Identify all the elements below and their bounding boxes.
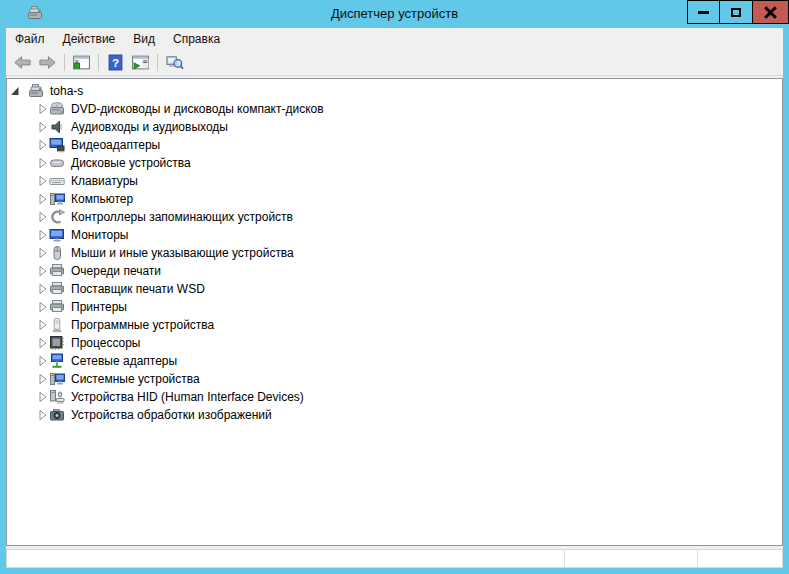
expander-collapsed-icon[interactable] [38,247,48,259]
window-title: Диспетчер устройств [0,0,789,27]
tree-item-monitors[interactable]: Мониторы [7,226,782,244]
toolbar-help-button[interactable]: ? [103,52,128,74]
tree-item-disk-drives[interactable]: Дисковые устройства [7,154,782,172]
menu-item-action[interactable]: Действие [54,28,125,50]
keyboard-icon [49,173,65,189]
tree-item-printers[interactable]: Принтеры [7,298,782,316]
toolbar: ? [6,50,783,76]
menu-item-view[interactable]: Вид [124,28,164,50]
expander-expanded-icon[interactable] [10,85,20,97]
tree-item-imaging-devices[interactable]: Устройства обработки изображений [7,406,782,424]
tree-item-label: Процессоры [71,334,141,352]
expander-collapsed-icon[interactable] [38,139,48,151]
toolbar-back-button[interactable] [10,52,35,74]
monitor-icon [49,227,65,243]
expander-collapsed-icon[interactable] [38,265,48,277]
expander-collapsed-icon[interactable] [38,121,48,133]
tree-item-video-adapters[interactable]: Видеоадаптеры [7,136,782,154]
tree-item-network-adapters[interactable]: Сетевые адаптеры [7,352,782,370]
tree-item-system-devices[interactable]: Системные устройства [7,370,782,388]
imaging-device-icon [49,407,65,423]
expander-collapsed-icon[interactable] [38,373,48,385]
tree-item-label: Контроллеры запоминающих устройств [71,208,293,226]
tree-item-mice-pointing-devices[interactable]: Мыши и иные указывающие устройства [7,244,782,262]
audio-icon [49,119,65,135]
expander-collapsed-icon[interactable] [38,337,48,349]
statusbar-section-1 [7,550,564,567]
tree-item-label: Сетевые адаптеры [71,352,177,370]
network-adapter-icon [49,353,65,369]
tree-item-storage-controllers[interactable]: Контроллеры запоминающих устройств [7,208,782,226]
dvd-drive-icon [49,101,65,117]
tree-item-print-queues[interactable]: Очереди печати [7,262,782,280]
tree-item-label: Клавиатуры [71,172,138,190]
printer-icon [49,281,65,297]
printer-icon [49,299,65,315]
tree-item-computer[interactable]: Компьютер [7,190,782,208]
tree-item-processors[interactable]: Процессоры [7,334,782,352]
printer-icon [49,263,65,279]
expander-collapsed-icon[interactable] [38,157,48,169]
tree-item-label: Компьютер [71,190,133,208]
video-adapter-icon [49,137,65,153]
tree-item-keyboards[interactable]: Клавиатуры [7,172,782,190]
statusbar [6,549,783,568]
toolbar-scan-hardware-changes-button[interactable] [162,52,187,74]
tree-children: DVD-дисководы и дисководы компакт-дисков… [7,100,782,424]
maximize-button[interactable] [719,0,753,24]
software-device-icon [49,317,65,333]
toolbar-action-pane-button[interactable] [128,52,153,74]
window-content: ФайлДействиеВидСправка ? toha-s DVD-диск… [6,28,783,568]
expander-collapsed-icon[interactable] [38,175,48,187]
tree-root-label: toha-s [50,82,83,100]
expander-collapsed-icon[interactable] [38,301,48,313]
tree-item-label: Принтеры [71,298,127,316]
expander-collapsed-icon[interactable] [38,355,48,367]
maximize-icon [731,8,741,17]
expander-collapsed-icon[interactable] [38,409,48,421]
processor-icon [49,335,65,351]
expander-collapsed-icon[interactable] [38,211,48,223]
tree-item-wsd-print-provider[interactable]: Поставщик печати WSD [7,280,782,298]
tree-item-audio-inputs-outputs[interactable]: Аудиовходы и аудиовыходы [7,118,782,136]
forward-arrow-icon [38,54,57,71]
scan-hardware-icon [165,54,184,71]
tree-item-software-devices[interactable]: Программные устройства [7,316,782,334]
tree-item-label: Дисковые устройства [71,154,191,172]
minimize-icon [698,11,709,14]
system-device-icon [49,371,65,387]
expander-collapsed-icon[interactable] [38,103,48,115]
toolbar-forward-button[interactable] [35,52,60,74]
minimize-button[interactable] [687,0,720,24]
computer-icon [49,191,65,207]
toolbar-separator [64,54,65,71]
tree-item-label: Мыши и иные указывающие устройства [71,244,294,262]
mouse-icon [49,245,65,261]
close-button[interactable] [752,0,789,24]
device-manager-window: Диспетчер устройств ФайлДействиеВидСправ… [0,0,789,574]
tree-root-computer[interactable]: toha-s [7,82,782,100]
expander-collapsed-icon[interactable] [38,319,48,331]
expander-collapsed-icon[interactable] [38,283,48,295]
tree-item-label: DVD-дисководы и дисководы компакт-дисков [71,100,324,118]
expander-collapsed-icon[interactable] [38,391,48,403]
device-tree: toha-s DVD-дисководы и дисководы компакт… [6,78,783,546]
expander-collapsed-icon[interactable] [38,193,48,205]
tree-item-label: Мониторы [71,226,128,244]
statusbar-section-3 [697,550,782,567]
close-icon [764,6,777,19]
menu-item-file[interactable]: Файл [6,28,54,50]
statusbar-section-2 [564,550,697,567]
tree-item-dvd-drives[interactable]: DVD-дисководы и дисководы компакт-дисков [7,100,782,118]
menu-item-help[interactable]: Справка [164,28,229,50]
tree-item-hid-devices[interactable]: Устройства HID (Human Interface Devices) [7,388,782,406]
tree-item-label: Системные устройства [71,370,200,388]
window-controls [688,0,789,24]
expander-collapsed-icon[interactable] [38,229,48,241]
tree-item-label: Устройства HID (Human Interface Devices) [71,388,304,406]
titlebar: Диспетчер устройств [0,0,789,28]
computer-root-icon [28,83,44,99]
hid-device-icon [49,389,65,405]
console-window-icon [72,54,91,71]
toolbar-show-console-tree-button[interactable] [69,52,94,74]
